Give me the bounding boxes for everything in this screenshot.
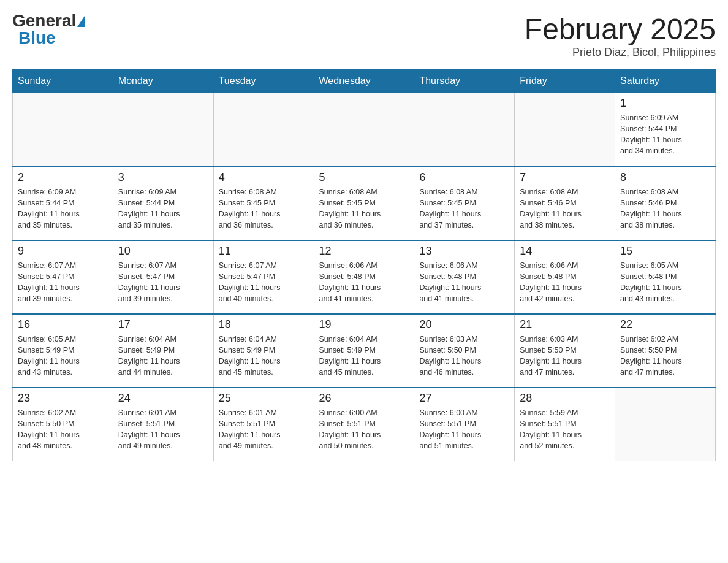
table-row [13,93,113,167]
day-info: Sunrise: 5:59 AMSunset: 5:51 PMDaylight:… [520,407,610,452]
day-number: 8 [620,171,710,184]
table-row: 21Sunrise: 6:03 AMSunset: 5:50 PMDayligh… [515,314,615,388]
day-info: Sunrise: 6:04 AMSunset: 5:49 PMDaylight:… [219,334,309,378]
day-info: Sunrise: 6:09 AMSunset: 5:44 PMDaylight:… [118,186,208,231]
day-info: Sunrise: 6:08 AMSunset: 5:46 PMDaylight:… [620,186,710,231]
header-friday: Friday [515,69,615,93]
calendar-week-row: 16Sunrise: 6:05 AMSunset: 5:49 PMDayligh… [13,314,716,388]
header-wednesday: Wednesday [314,69,414,93]
day-info: Sunrise: 6:07 AMSunset: 5:47 PMDaylight:… [219,260,309,305]
day-info: Sunrise: 6:05 AMSunset: 5:48 PMDaylight:… [620,260,710,305]
table-row: 5Sunrise: 6:08 AMSunset: 5:45 PMDaylight… [314,167,414,240]
table-row: 16Sunrise: 6:05 AMSunset: 5:49 PMDayligh… [13,314,113,388]
day-number: 1 [620,97,710,110]
day-number: 17 [118,318,208,331]
table-row: 12Sunrise: 6:06 AMSunset: 5:48 PMDayligh… [314,240,414,314]
day-info: Sunrise: 6:08 AMSunset: 5:45 PMDaylight:… [219,186,309,231]
table-row: 25Sunrise: 6:01 AMSunset: 5:51 PMDayligh… [213,388,314,461]
table-row: 14Sunrise: 6:06 AMSunset: 5:48 PMDayligh… [515,240,615,314]
calendar-table: Sunday Monday Tuesday Wednesday Thursday… [12,69,716,461]
day-number: 21 [520,318,610,331]
day-number: 18 [219,318,309,331]
title-section: February 2025 Prieto Diaz, Bicol, Philip… [525,12,716,59]
day-number: 3 [118,171,208,184]
day-number: 23 [18,392,108,405]
logo-triangle-icon [77,16,85,27]
day-info: Sunrise: 6:08 AMSunset: 5:46 PMDaylight:… [520,186,610,231]
table-row: 18Sunrise: 6:04 AMSunset: 5:49 PMDayligh… [213,314,314,388]
table-row: 15Sunrise: 6:05 AMSunset: 5:48 PMDayligh… [615,240,716,314]
table-row: 19Sunrise: 6:04 AMSunset: 5:49 PMDayligh… [314,314,414,388]
table-row [615,388,716,461]
header-monday: Monday [113,69,213,93]
table-row: 24Sunrise: 6:01 AMSunset: 5:51 PMDayligh… [113,388,213,461]
table-row: 10Sunrise: 6:07 AMSunset: 5:47 PMDayligh… [113,240,213,314]
table-row: 26Sunrise: 6:00 AMSunset: 5:51 PMDayligh… [314,388,414,461]
day-info: Sunrise: 6:04 AMSunset: 5:49 PMDaylight:… [319,334,409,378]
header-sunday: Sunday [13,69,113,93]
day-number: 12 [319,245,409,258]
day-number: 20 [419,318,509,331]
table-row: 1Sunrise: 6:09 AMSunset: 5:44 PMDaylight… [615,93,716,167]
table-row [213,93,314,167]
logo-general-text: General [12,12,76,29]
day-number: 22 [620,318,710,331]
day-number: 2 [18,171,108,184]
day-info: Sunrise: 6:06 AMSunset: 5:48 PMDaylight:… [520,260,610,305]
day-number: 7 [520,171,610,184]
table-row: 3Sunrise: 6:09 AMSunset: 5:44 PMDaylight… [113,167,213,240]
table-row [414,93,515,167]
day-number: 26 [319,392,409,405]
header-tuesday: Tuesday [213,69,314,93]
table-row: 4Sunrise: 6:08 AMSunset: 5:45 PMDaylight… [213,167,314,240]
day-number: 5 [319,171,409,184]
day-number: 25 [219,392,309,405]
calendar-week-row: 23Sunrise: 6:02 AMSunset: 5:50 PMDayligh… [13,388,716,461]
day-number: 10 [118,245,208,258]
table-row: 11Sunrise: 6:07 AMSunset: 5:47 PMDayligh… [213,240,314,314]
table-row: 9Sunrise: 6:07 AMSunset: 5:47 PMDaylight… [13,240,113,314]
day-number: 4 [219,171,309,184]
table-row [314,93,414,167]
calendar-week-row: 1Sunrise: 6:09 AMSunset: 5:44 PMDaylight… [13,93,716,167]
table-row [113,93,213,167]
table-row: 28Sunrise: 5:59 AMSunset: 5:51 PMDayligh… [515,388,615,461]
day-info: Sunrise: 6:04 AMSunset: 5:49 PMDaylight:… [118,334,208,378]
table-row: 7Sunrise: 6:08 AMSunset: 5:46 PMDaylight… [515,167,615,240]
day-info: Sunrise: 6:00 AMSunset: 5:51 PMDaylight:… [319,407,409,452]
day-info: Sunrise: 6:00 AMSunset: 5:51 PMDaylight:… [419,407,509,452]
logo-blue-text: Blue [18,29,56,47]
day-info: Sunrise: 6:07 AMSunset: 5:47 PMDaylight:… [118,260,208,305]
day-number: 28 [520,392,610,405]
day-info: Sunrise: 6:03 AMSunset: 5:50 PMDaylight:… [419,334,509,378]
day-info: Sunrise: 6:01 AMSunset: 5:51 PMDaylight:… [118,407,208,452]
table-row: 6Sunrise: 6:08 AMSunset: 5:45 PMDaylight… [414,167,515,240]
logo: General Blue [12,12,85,47]
day-info: Sunrise: 6:08 AMSunset: 5:45 PMDaylight:… [419,186,509,231]
page-header: General Blue February 2025 Prieto Diaz, … [12,12,716,59]
day-number: 14 [520,245,610,258]
day-info: Sunrise: 6:03 AMSunset: 5:50 PMDaylight:… [520,334,610,378]
day-info: Sunrise: 6:09 AMSunset: 5:44 PMDaylight:… [18,186,108,231]
header-saturday: Saturday [615,69,716,93]
month-title: February 2025 [525,12,716,46]
day-number: 9 [18,245,108,258]
day-number: 13 [419,245,509,258]
table-row: 2Sunrise: 6:09 AMSunset: 5:44 PMDaylight… [13,167,113,240]
day-info: Sunrise: 6:02 AMSunset: 5:50 PMDaylight:… [18,407,108,452]
table-row [515,93,615,167]
day-number: 24 [118,392,208,405]
calendar-week-row: 9Sunrise: 6:07 AMSunset: 5:47 PMDaylight… [13,240,716,314]
day-number: 19 [319,318,409,331]
table-row: 17Sunrise: 6:04 AMSunset: 5:49 PMDayligh… [113,314,213,388]
day-info: Sunrise: 6:06 AMSunset: 5:48 PMDaylight:… [419,260,509,305]
day-info: Sunrise: 6:08 AMSunset: 5:45 PMDaylight:… [319,186,409,231]
table-row: 23Sunrise: 6:02 AMSunset: 5:50 PMDayligh… [13,388,113,461]
day-info: Sunrise: 6:05 AMSunset: 5:49 PMDaylight:… [18,334,108,378]
calendar-week-row: 2Sunrise: 6:09 AMSunset: 5:44 PMDaylight… [13,167,716,240]
day-info: Sunrise: 6:06 AMSunset: 5:48 PMDaylight:… [319,260,409,305]
day-number: 6 [419,171,509,184]
day-number: 15 [620,245,710,258]
table-row: 20Sunrise: 6:03 AMSunset: 5:50 PMDayligh… [414,314,515,388]
day-number: 27 [419,392,509,405]
